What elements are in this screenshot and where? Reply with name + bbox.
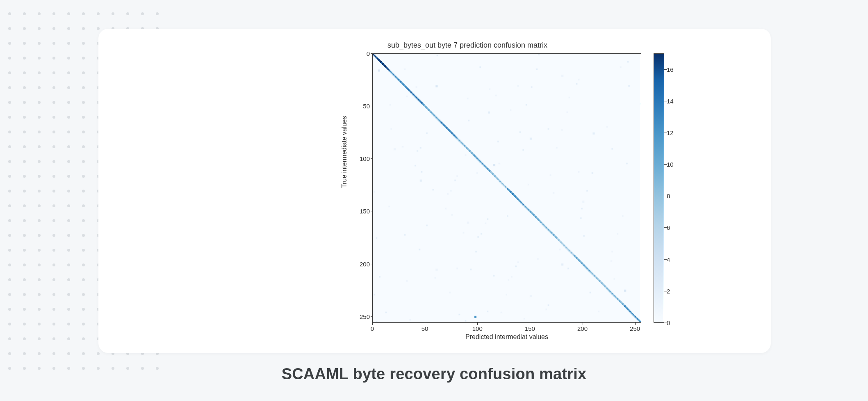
y-tick-label: 0: [345, 50, 370, 57]
colorbar-tick-label: 4: [667, 256, 670, 263]
x-tick-label: 50: [417, 325, 433, 332]
heatmap-canvas: [373, 54, 641, 322]
colorbar: [654, 53, 664, 323]
colorbar-tick-label: 6: [667, 224, 670, 231]
x-tick-label: 200: [574, 325, 591, 332]
colorbar-tick-label: 8: [667, 192, 670, 199]
x-tick-label: 150: [522, 325, 538, 332]
colorbar-tick-label: 12: [667, 129, 674, 136]
x-tick-label: 100: [469, 325, 485, 332]
x-tick-label: 0: [364, 325, 380, 332]
colorbar-tick-label: 16: [667, 66, 674, 73]
y-tick-label: 250: [345, 313, 370, 320]
confusion-matrix-chart: sub_bytes_out byte 7 prediction confusio…: [287, 41, 648, 345]
colorbar-tick-label: 2: [667, 287, 670, 294]
y-axis-label: True intermediate values: [341, 116, 348, 188]
x-axis-label: Predicted intermediat values: [372, 333, 641, 341]
y-tick-label: 150: [345, 208, 370, 215]
colorbar-tick-label: 14: [667, 97, 674, 104]
figure-caption: SCAAML byte recovery confusion matrix: [0, 365, 868, 383]
y-tick-label: 50: [345, 103, 370, 110]
colorbar-tick-label: 0: [667, 319, 670, 326]
heatmap-plot-area: [372, 53, 641, 323]
y-tick-label: 200: [345, 260, 370, 267]
x-tick-label: 250: [627, 325, 643, 332]
y-tick-label: 100: [345, 155, 370, 162]
chart-title: sub_bytes_out byte 7 prediction confusio…: [287, 41, 648, 50]
colorbar-tick-label: 10: [667, 161, 674, 168]
figure-card: sub_bytes_out byte 7 prediction confusio…: [98, 29, 771, 353]
